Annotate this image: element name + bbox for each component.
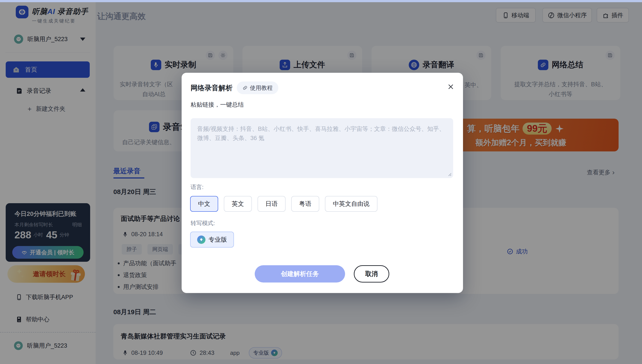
resize-handle[interactable] — [447, 172, 452, 176]
language-label: 语言: — [190, 183, 203, 191]
mode-option-pro[interactable]: 专业版 — [190, 232, 234, 248]
language-option-mixed[interactable]: 中英文自由说 — [325, 196, 377, 212]
modal-title: 网络录音解析 — [190, 83, 233, 93]
link-icon — [243, 85, 248, 90]
modal-subtitle: 粘贴链接，一键总结 — [190, 101, 244, 108]
language-option-en[interactable]: 英文 — [224, 196, 252, 212]
language-option-yue[interactable]: 粤语 — [291, 196, 319, 212]
web-parse-modal: 网络录音解析 使用教程 粘贴链接，一键总结 语言: 中文 英文 日语 粤语 中英… — [182, 73, 463, 293]
cancel-button[interactable]: 取消 — [354, 265, 389, 282]
mode-label: 转写模式: — [190, 219, 215, 227]
language-option-zh[interactable]: 中文 — [190, 196, 218, 212]
mode-option-label: 专业版 — [208, 236, 227, 244]
close-button[interactable] — [446, 82, 456, 92]
create-task-button[interactable]: 创建解析任务 — [255, 265, 345, 282]
app-root: 听脑AI 录音助手 一键生成关键纪要 听脑用户_5223 首页 录音记录 ＋ 新… — [0, 0, 642, 364]
link-input[interactable] — [190, 118, 453, 178]
tutorial-link[interactable]: 使用教程 — [237, 82, 278, 94]
tutorial-label: 使用教程 — [250, 84, 273, 92]
language-options: 中文 英文 日语 粤语 中英文自由说 — [190, 196, 377, 212]
close-icon — [448, 84, 454, 90]
window-top-strip — [0, 0, 642, 2]
vip-diamond-icon — [197, 236, 205, 244]
language-option-ja[interactable]: 日语 — [258, 196, 286, 212]
